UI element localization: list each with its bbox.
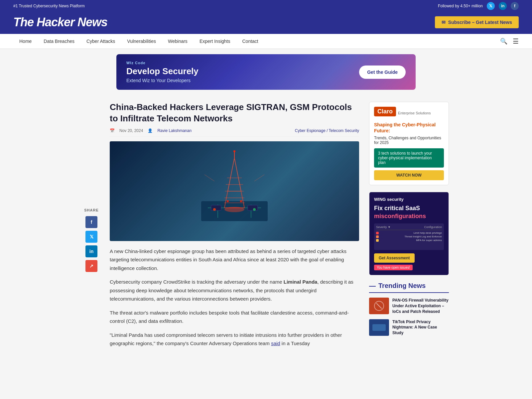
linkedin-icon[interactable]: in (499, 2, 507, 10)
trusted-label: #1 Trusted Cybersecurity News Platform (13, 4, 85, 8)
svg-marker-9 (228, 158, 241, 191)
facebook-icon[interactable]: f (511, 2, 519, 10)
wing-title-text: Fix critical SaaS (374, 205, 420, 211)
claro-watch-button[interactable]: WATCH NOW (374, 170, 444, 180)
followers-text: Followed by 4.50+ million (438, 4, 483, 8)
nav-data-breaches[interactable]: Data Breaches (38, 34, 80, 49)
trending-section: — Trending News PAN-OS Firewall Vulnerab… (369, 282, 449, 336)
tower-illustration (185, 148, 284, 234)
top-bar: #1 Trusted Cybersecurity News Platform F… (0, 0, 532, 12)
nav-vulnerabilities[interactable]: Vulnerabilities (121, 34, 162, 49)
article-content: China-Backed Hackers Leverage SIGTRAN, G… (110, 102, 359, 353)
trending-text-1: PAN-OS Firewall Vulnerability Under Acti… (392, 298, 449, 314)
banner-cta-button[interactable]: Get the Guide (359, 66, 406, 79)
svg-rect-5 (211, 205, 221, 210)
meta-left: 📅 Nov 20, 2024 👤 Ravie Lakshmanan (110, 128, 192, 133)
claro-ad: Claro Enterprise Solutions Shaping the C… (369, 102, 449, 185)
article-para-2: Cybersecurity company CrowdStrike is tra… (110, 278, 359, 303)
trending-item-1[interactable]: PAN-OS Firewall Vulnerability Under Acti… (369, 298, 449, 314)
article-bold-1: Liminal Panda (284, 279, 318, 285)
banner-left: WIz Code Develop Securely Extend Wiz to … (126, 61, 199, 83)
article-link-said[interactable]: said (271, 340, 280, 346)
article-image (110, 141, 359, 241)
svg-point-18 (240, 200, 242, 202)
svg-point-17 (227, 200, 229, 202)
nav-cyber-attacks[interactable]: Cyber Attacks (80, 34, 121, 49)
nav-expert-insights[interactable]: Expert Insights (194, 34, 236, 49)
top-bar-left: #1 Trusted Cybersecurity News Platform (13, 4, 85, 8)
share-other-button[interactable]: ↗ (85, 260, 97, 272)
main-layout: SHARE f 𝕏 in ↗ China-Backed Hackers Leve… (83, 95, 449, 366)
article-meta: 📅 Nov 20, 2024 👤 Ravie Lakshmanan Cyber … (110, 128, 359, 137)
svg-line-21 (204, 175, 214, 181)
trending-thumb-2 (369, 319, 389, 336)
article-title: China-Backed Hackers Leverage SIGTRAN, G… (110, 102, 359, 124)
envelope-icon: ✉ (442, 20, 446, 25)
claro-body: Trends, Challenges and Opportunities for… (374, 136, 444, 145)
claro-ad-box: Claro Enterprise Solutions Shaping the C… (369, 102, 449, 185)
nav-home[interactable]: Home (13, 34, 38, 49)
share-linkedin-button[interactable]: in (85, 245, 97, 257)
share-label: SHARE (84, 208, 99, 212)
trending-text-2: TikTok Pixel Privacy Nightmare: A New Ca… (392, 319, 449, 336)
subscribe-button[interactable]: ✉ Subscribe – Get Latest News (435, 16, 519, 28)
site-logo[interactable]: The Hacker News (13, 15, 107, 29)
subscribe-label: Subscribe – Get Latest News (448, 20, 512, 25)
article-para-1: A new China-linked cyber espionage group… (110, 247, 359, 273)
claro-subtitle: Enterprise Solutions (398, 111, 431, 115)
svg-point-16 (233, 150, 235, 152)
trending-header: — Trending News (369, 282, 449, 293)
header: The Hacker News ✉ Subscribe – Get Latest… (0, 12, 532, 34)
svg-line-22 (254, 175, 264, 181)
claro-logo: Claro (374, 107, 396, 116)
wiz-label: WIz Code (126, 61, 199, 65)
banner-title: Develop Securely (126, 66, 199, 76)
trending-item-2[interactable]: TikTok Pixel Privacy Nightmare: A New Ca… (369, 319, 449, 336)
article-para-4: "Liminal Panda has used compromised tele… (110, 331, 359, 348)
nav-links: Home Data Breaches Cyber Attacks Vulnera… (13, 34, 264, 49)
article-category[interactable]: Cyber Espionage / Telecom Security (295, 128, 359, 133)
menu-icon[interactable]: ☰ (513, 37, 519, 45)
article-body: A new China-linked cyber espionage group… (110, 247, 359, 348)
article-date: Nov 20, 2024 (119, 128, 143, 133)
calendar-icon: 📅 (110, 128, 115, 133)
wing-screenshot: Severity ▼ Configuration Limit help desk… (374, 223, 444, 250)
nav-icons: 🔍 ☰ (500, 37, 519, 45)
claro-title: Shaping the Cyber-Physical Future: (374, 122, 444, 134)
share-twitter-button[interactable]: 𝕏 (85, 231, 97, 243)
wing-logo: WING security (374, 197, 444, 202)
svg-point-20 (253, 208, 256, 211)
wing-issues-badge: You have open issues! (374, 265, 413, 270)
wing-cta-button[interactable]: Get Assessment (374, 253, 415, 263)
trending-title: Trending News (378, 282, 426, 290)
main-nav: Home Data Breaches Cyber Attacks Vulnera… (0, 34, 532, 49)
wing-highlight: misconfigurations (374, 213, 426, 219)
top-bar-right: Followed by 4.50+ million 𝕏 in f (438, 2, 519, 10)
banner-ad: WIz Code Develop Securely Extend Wiz to … (116, 54, 416, 90)
trending-dash: — (369, 282, 376, 290)
wing-ad: WING security Fix critical SaaS misconfi… (369, 192, 449, 275)
article-author[interactable]: Ravie Lakshmanan (157, 128, 192, 133)
search-icon[interactable]: 🔍 (500, 38, 507, 45)
author-icon: 👤 (148, 128, 153, 133)
banner-subtitle: Extend Wiz to Your Developers (126, 78, 199, 83)
svg-rect-27 (372, 324, 386, 331)
share-facebook-button[interactable]: f (85, 216, 97, 228)
twitter-icon[interactable]: 𝕏 (487, 2, 495, 10)
trending-thumb-1 (369, 298, 389, 314)
sidebar: Claro Enterprise Solutions Shaping the C… (369, 102, 449, 353)
nav-webinars[interactable]: Webinars (162, 34, 194, 49)
svg-rect-6 (248, 205, 258, 210)
nav-contact[interactable]: Contact (236, 34, 264, 49)
wing-ad-box: WING security Fix critical SaaS misconfi… (369, 192, 449, 275)
svg-point-19 (213, 208, 216, 211)
share-sidebar: SHARE f 𝕏 in ↗ (83, 102, 100, 353)
article-para-3: The threat actor's malware portfolio inc… (110, 309, 359, 326)
claro-cta-text: 3 tech solutions to launch your cyber-ph… (374, 148, 444, 168)
wing-title: Fix critical SaaS misconfigurations (374, 204, 444, 220)
